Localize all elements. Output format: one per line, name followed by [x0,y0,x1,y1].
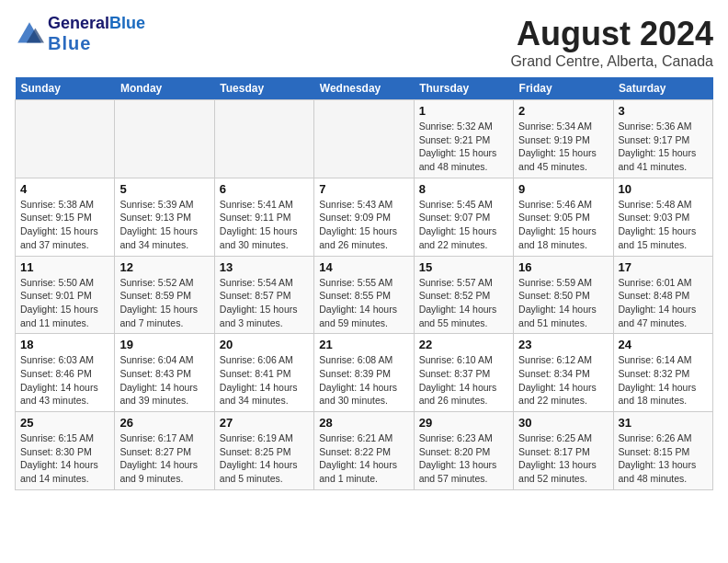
calendar-cell: 16Sunrise: 5:59 AMSunset: 8:50 PMDayligh… [514,256,613,334]
day-number: 2 [518,104,608,118]
day-info: Sunrise: 6:01 AMSunset: 8:48 PMDaylight:… [619,276,708,330]
calendar-cell [16,100,115,178]
calendar-cell [314,100,414,178]
calendar-cell: 17Sunrise: 6:01 AMSunset: 8:48 PMDayligh… [613,256,712,334]
day-info: Sunrise: 6:15 AMSunset: 8:30 PMDaylight:… [20,431,109,486]
day-number: 21 [319,338,408,351]
calendar-cell [214,100,313,178]
day-info: Sunrise: 5:48 AMSunset: 9:03 PMDaylight:… [619,198,708,252]
calendar-cell: 12Sunrise: 5:52 AMSunset: 8:59 PMDayligh… [115,256,214,334]
day-number: 6 [220,182,309,196]
day-info: Sunrise: 6:19 AMSunset: 8:25 PMDaylight:… [220,431,309,486]
day-number: 9 [518,182,608,196]
day-info: Sunrise: 6:26 AMSunset: 8:15 PMDaylight:… [619,431,708,486]
day-number: 31 [619,416,708,430]
day-number: 16 [518,260,608,274]
day-number: 10 [619,182,708,196]
day-info: Sunrise: 5:36 AMSunset: 9:17 PMDaylight:… [619,120,708,174]
day-info: Sunrise: 5:57 AMSunset: 8:52 PMDaylight:… [419,276,508,330]
calendar-cell: 23Sunrise: 6:12 AMSunset: 8:34 PMDayligh… [514,334,613,412]
calendar-subtitle: Grand Centre, Alberta, Canada [510,53,713,70]
day-number: 25 [20,416,109,430]
calendar-cell: 10Sunrise: 5:48 AMSunset: 9:03 PMDayligh… [613,178,712,256]
day-number: 23 [518,338,608,351]
calendar-title: August 2024 [510,15,713,53]
day-info: Sunrise: 6:21 AMSunset: 8:22 PMDaylight:… [319,431,408,486]
day-number: 28 [319,416,408,430]
calendar-cell: 19Sunrise: 6:04 AMSunset: 8:43 PMDayligh… [115,334,214,412]
day-info: Sunrise: 5:54 AMSunset: 8:57 PMDaylight:… [220,276,309,330]
calendar-week-4: 18Sunrise: 6:03 AMSunset: 8:46 PMDayligh… [16,334,713,412]
calendar-cell: 2Sunrise: 5:34 AMSunset: 9:19 PMDaylight… [514,100,613,178]
day-info: Sunrise: 5:34 AMSunset: 9:19 PMDaylight:… [518,120,608,174]
calendar-cell: 6Sunrise: 5:41 AMSunset: 9:11 PMDaylight… [214,178,313,256]
day-number: 1 [419,104,508,118]
logo-text: GeneralBlue Blue [48,15,145,53]
header-monday: Monday [115,77,214,100]
header-sunday: Sunday [16,77,115,100]
day-number: 14 [319,260,408,274]
logo-icon [15,19,44,49]
day-number: 12 [119,260,209,274]
header-saturday: Saturday [613,77,712,100]
day-info: Sunrise: 5:43 AMSunset: 9:09 PMDaylight:… [319,198,408,252]
calendar-cell: 15Sunrise: 5:57 AMSunset: 8:52 PMDayligh… [414,256,513,334]
calendar-cell: 22Sunrise: 6:10 AMSunset: 8:37 PMDayligh… [414,334,513,412]
calendar-cell: 8Sunrise: 5:45 AMSunset: 9:07 PMDaylight… [414,178,513,256]
day-number: 7 [319,182,408,196]
calendar-cell: 5Sunrise: 5:39 AMSunset: 9:13 PMDaylight… [115,178,214,256]
calendar-cell: 21Sunrise: 6:08 AMSunset: 8:39 PMDayligh… [314,334,414,412]
page-header: GeneralBlue Blue August 2024 Grand Centr… [15,15,713,70]
day-info: Sunrise: 5:52 AMSunset: 8:59 PMDaylight:… [119,276,209,330]
calendar-cell: 14Sunrise: 5:55 AMSunset: 8:55 PMDayligh… [314,256,414,334]
day-info: Sunrise: 6:06 AMSunset: 8:41 PMDaylight:… [220,353,309,408]
day-number: 15 [419,260,508,274]
header-wednesday: Wednesday [314,77,414,100]
calendar-cell: 29Sunrise: 6:23 AMSunset: 8:20 PMDayligh… [414,412,513,490]
calendar-header-row: SundayMondayTuesdayWednesdayThursdayFrid… [16,77,713,100]
calendar-week-2: 4Sunrise: 5:38 AMSunset: 9:15 PMDaylight… [16,178,713,256]
calendar-table: SundayMondayTuesdayWednesdayThursdayFrid… [15,77,713,490]
day-info: Sunrise: 6:25 AMSunset: 8:17 PMDaylight:… [518,431,608,486]
calendar-cell [115,100,214,178]
day-number: 24 [619,338,708,351]
day-info: Sunrise: 6:17 AMSunset: 8:27 PMDaylight:… [119,431,209,486]
day-number: 27 [220,416,309,430]
calendar-cell: 31Sunrise: 6:26 AMSunset: 8:15 PMDayligh… [613,412,712,490]
calendar-week-5: 25Sunrise: 6:15 AMSunset: 8:30 PMDayligh… [16,412,713,490]
calendar-cell: 7Sunrise: 5:43 AMSunset: 9:09 PMDaylight… [314,178,414,256]
logo: GeneralBlue Blue [15,15,145,53]
calendar-cell: 4Sunrise: 5:38 AMSunset: 9:15 PMDaylight… [16,178,115,256]
day-info: Sunrise: 6:12 AMSunset: 8:34 PMDaylight:… [518,353,608,408]
day-info: Sunrise: 6:03 AMSunset: 8:46 PMDaylight:… [20,353,109,408]
day-info: Sunrise: 5:38 AMSunset: 9:15 PMDaylight:… [20,198,109,252]
calendar-cell: 18Sunrise: 6:03 AMSunset: 8:46 PMDayligh… [16,334,115,412]
calendar-week-1: 1Sunrise: 5:32 AMSunset: 9:21 PMDaylight… [16,100,713,178]
calendar-cell: 28Sunrise: 6:21 AMSunset: 8:22 PMDayligh… [314,412,414,490]
day-number: 13 [220,260,309,274]
day-info: Sunrise: 5:39 AMSunset: 9:13 PMDaylight:… [119,198,209,252]
header-friday: Friday [514,77,613,100]
day-number: 8 [419,182,508,196]
calendar-cell: 11Sunrise: 5:50 AMSunset: 9:01 PMDayligh… [16,256,115,334]
day-info: Sunrise: 5:55 AMSunset: 8:55 PMDaylight:… [319,276,408,330]
day-info: Sunrise: 6:14 AMSunset: 8:32 PMDaylight:… [619,353,708,408]
calendar-cell: 30Sunrise: 6:25 AMSunset: 8:17 PMDayligh… [514,412,613,490]
day-info: Sunrise: 5:46 AMSunset: 9:05 PMDaylight:… [518,198,608,252]
calendar-cell: 3Sunrise: 5:36 AMSunset: 9:17 PMDaylight… [613,100,712,178]
day-info: Sunrise: 5:41 AMSunset: 9:11 PMDaylight:… [220,198,309,252]
day-info: Sunrise: 5:59 AMSunset: 8:50 PMDaylight:… [518,276,608,330]
day-number: 3 [619,104,708,118]
day-number: 17 [619,260,708,274]
day-number: 18 [20,338,109,351]
day-info: Sunrise: 5:50 AMSunset: 9:01 PMDaylight:… [20,276,109,330]
day-info: Sunrise: 6:04 AMSunset: 8:43 PMDaylight:… [119,353,209,408]
day-number: 22 [419,338,508,351]
day-number: 26 [119,416,209,430]
day-number: 29 [419,416,508,430]
calendar-cell: 20Sunrise: 6:06 AMSunset: 8:41 PMDayligh… [214,334,313,412]
day-number: 4 [20,182,109,196]
calendar-cell: 13Sunrise: 5:54 AMSunset: 8:57 PMDayligh… [214,256,313,334]
day-number: 30 [518,416,608,430]
day-info: Sunrise: 5:45 AMSunset: 9:07 PMDaylight:… [419,198,508,252]
